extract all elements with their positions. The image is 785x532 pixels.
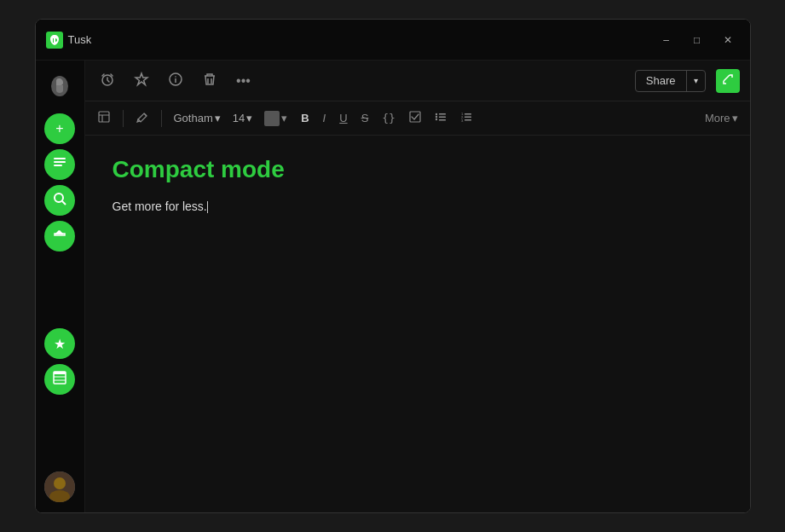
app-logo: Tusk [46,32,655,49]
alarm-button[interactable] [95,69,119,93]
more-options-button[interactable]: ••• [232,69,256,93]
notes-list-button[interactable] [44,149,75,180]
more-label: More [705,112,730,124]
info-icon [168,72,183,90]
add-note-button[interactable]: + [44,113,75,144]
search-icon [52,191,67,210]
svg-point-24 [436,119,437,120]
bullets-button[interactable] [430,107,452,129]
numbered-list-icon: 1. 2. 3. [460,111,472,125]
svg-rect-25 [439,113,446,115]
edit-mode-button[interactable] [130,107,154,130]
svg-rect-2 [54,161,66,163]
svg-point-4 [55,194,63,202]
search-button[interactable] [44,185,75,216]
more-chevron-icon: ▾ [732,112,738,124]
maximize-button[interactable]: □ [685,28,709,52]
delete-button[interactable] [198,69,222,93]
expand-button[interactable] [716,69,740,93]
share-dropdown-button[interactable]: ▾ [687,72,705,89]
dots-icon: ••• [236,73,251,89]
editor-toolbar: Gotham ▾ 14 ▾ ▾ B I U S {} [85,101,750,136]
minimize-button[interactable]: – [655,28,678,52]
svg-rect-26 [439,117,446,119]
trash-icon [202,72,217,90]
share-button[interactable]: Share [636,71,686,90]
chevron-down-icon: ▾ [694,76,698,85]
close-button[interactable]: ✕ [716,28,740,52]
size-chevron-icon: ▾ [246,112,252,124]
svg-rect-1 [54,158,66,159]
svg-line-5 [62,201,66,205]
svg-rect-33 [465,119,471,121]
strikethrough-button[interactable]: S [356,108,374,128]
svg-rect-31 [465,113,471,115]
bullets-icon [435,111,447,125]
svg-rect-18 [99,112,109,122]
font-size-label: 14 [233,112,245,124]
share-button-group: Share ▾ [635,70,706,92]
checkbox-icon [409,111,421,125]
note-title: Compact mode [113,156,723,183]
main-area: + [36,61,750,512]
view-mode-button[interactable] [92,107,116,130]
window-controls: – □ ✕ [655,28,740,52]
svg-point-17 [175,76,176,78]
app-window: Tusk – □ ✕ + [35,19,751,513]
top-toolbar: ••• Share ▾ [85,61,750,101]
star-icon: ★ [54,336,66,352]
notebooks-button[interactable] [44,364,75,395]
svg-rect-27 [439,119,446,121]
starred-button[interactable]: ★ [44,328,75,359]
info-button[interactable] [164,69,188,93]
code-button[interactable]: {} [377,108,401,128]
svg-rect-8 [54,372,66,374]
shortcuts-icon [52,227,67,246]
note-body[interactable]: Get more for less. [113,197,723,216]
toolbar-divider-2 [161,110,162,127]
content-area: ••• Share ▾ [85,61,750,512]
font-size-selector[interactable]: 14 ▾ [229,108,256,128]
font-chevron-icon: ▾ [215,112,221,124]
color-swatch [264,111,280,126]
expand-icon [722,73,734,88]
bold-button[interactable]: B [296,108,314,128]
shortcuts-button[interactable] [44,221,75,252]
svg-point-12 [54,477,66,489]
view-icon [97,110,111,126]
evernote-logo[interactable] [44,71,75,101]
font-name-label: Gotham [174,112,213,124]
favorite-button[interactable] [130,69,153,93]
svg-rect-32 [465,117,471,119]
checkbox-button[interactable] [404,107,426,129]
more-formatting-button[interactable]: More ▾ [700,108,743,128]
logo-icon [46,32,63,49]
notes-icon [52,155,67,174]
font-family-selector[interactable]: Gotham ▾ [169,108,226,128]
note-body-text: Get more for less. [113,200,207,213]
star-outline-icon [134,72,149,90]
svg-text:3.: 3. [461,119,464,123]
note-editor[interactable]: Compact mode Get more for less. [85,136,750,512]
toolbar-divider [123,110,124,127]
color-chevron-icon: ▾ [281,112,287,124]
svg-rect-3 [54,165,62,166]
user-avatar[interactable] [44,471,75,502]
svg-point-23 [436,116,437,118]
notebook-icon [52,370,67,389]
pencil-icon [136,110,149,126]
plus-icon: + [55,121,63,136]
alarm-icon [100,72,115,90]
titlebar: Tusk – □ ✕ [36,20,750,61]
svg-point-22 [436,113,437,115]
text-cursor [207,201,208,213]
sidebar: + [36,61,85,512]
numbered-list-button[interactable]: 1. 2. 3. [455,107,477,129]
font-color-button[interactable]: ▾ [259,107,292,130]
italic-button[interactable]: I [318,108,332,128]
app-title: Tusk [68,33,92,46]
underline-button[interactable]: U [334,108,352,128]
